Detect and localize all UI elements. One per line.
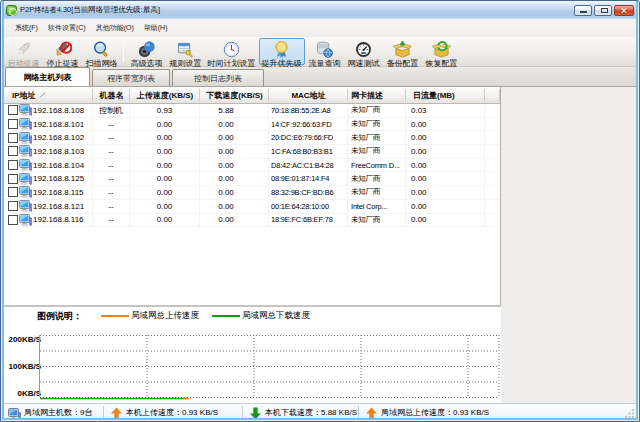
- host-row-filler: [485, 104, 500, 118]
- toolbar-button-9[interactable]: 网速测试: [345, 38, 383, 65]
- backup-config-icon: [393, 40, 412, 59]
- toolbar-button-10[interactable]: 备份配置: [384, 38, 422, 65]
- host-ip: 192.168.8.104: [33, 161, 84, 170]
- tab-1[interactable]: 网络主机列表: [5, 67, 90, 86]
- toolbar-button-1[interactable]: 启动提速: [5, 38, 43, 65]
- sort-asc-icon: [39, 92, 46, 99]
- host-checkbox[interactable]: [8, 160, 18, 170]
- column-header-label: MAC地址: [291, 90, 325, 101]
- statusbar-item-label: 局域网主机数：9台: [24, 407, 100, 418]
- toolbar-button-4[interactable]: 高级选项: [128, 38, 166, 65]
- host-row-4[interactable]: 192.168.8.103--0.000.001C:FA:68:B0:B3:B1…: [4, 145, 500, 159]
- column-header-3[interactable]: 上传速度(KB/S): [130, 87, 200, 103]
- menubar: 系统(F)软件设置(C)其他功能(O)帮助(H): [4, 19, 638, 37]
- rocket-start-icon: [14, 40, 34, 59]
- column-header-2[interactable]: 机器名: [93, 87, 130, 103]
- legend-caption: 图例说明：: [37, 310, 82, 323]
- host-checkbox[interactable]: [8, 187, 18, 197]
- column-header-7[interactable]: 日流量(MB): [406, 87, 485, 103]
- host-row-2[interactable]: 192.168.8.101--0.000.0014:CF:92:66:63:FD…: [4, 118, 500, 132]
- host-ip-cell: 192.168.8.101: [4, 118, 93, 132]
- toolbar-button-7[interactable]: 提升优先级: [259, 38, 305, 65]
- host-ip-cell: 192.168.8.102: [4, 131, 93, 145]
- host-down: 0.00: [200, 172, 269, 186]
- toolbar-button-11[interactable]: 恢复配置: [423, 38, 461, 65]
- host-row-1[interactable]: 192.168.8.108控制机0.935.8870:18:8B:55:2E:A…: [4, 104, 500, 118]
- up-arrow-icon: [110, 407, 123, 420]
- menu-item-1[interactable]: 系统(F): [10, 21, 43, 35]
- menu-item-2[interactable]: 软件设置(C): [43, 21, 91, 35]
- minimize-button[interactable]: [574, 5, 592, 16]
- host-up: 0.00: [130, 118, 200, 132]
- column-header-5[interactable]: MAC地址: [269, 87, 348, 103]
- host-computer-icon: [19, 200, 32, 212]
- host-ip: 192.168.8.116: [33, 215, 84, 224]
- scan-network-icon: [92, 40, 111, 59]
- toolbar-button-6[interactable]: 时间计划设置: [206, 38, 258, 65]
- host-checkbox[interactable]: [8, 133, 18, 143]
- host-nic: FreeComm D...: [348, 159, 406, 173]
- menu-item-4[interactable]: 帮助(H): [139, 21, 173, 35]
- down-arrow-icon: [249, 406, 262, 418]
- statusbar-item-4: 局域网总上传速度：0.93 KB/S: [361, 404, 531, 420]
- host-ip-cell: 192.168.8.103: [4, 145, 93, 159]
- host-down: 0.00: [200, 186, 269, 200]
- host-checkbox[interactable]: [8, 174, 18, 184]
- rocket-stop-icon: [53, 40, 73, 59]
- host-row-filler: [485, 214, 500, 228]
- host-row-5[interactable]: 192.168.8.104--0.000.00D8:42:AC:C1:B4:28…: [4, 159, 500, 173]
- host-ip-cell: 192.168.8.125: [4, 172, 93, 186]
- host-ip-cell: 192.168.8.108: [4, 104, 93, 118]
- host-ip-cell: 192.168.8.104: [4, 159, 93, 173]
- host-row-6[interactable]: 192.168.8.125--0.000.0008:9E:01:87:14:F4…: [4, 172, 500, 186]
- column-header-1[interactable]: IP地址: [4, 87, 93, 103]
- host-mac: 70:18:8B:55:2E:A8: [269, 104, 348, 118]
- speed-test-icon: [354, 40, 373, 59]
- host-up: 0.00: [130, 145, 200, 159]
- host-checkbox[interactable]: [8, 201, 18, 211]
- host-ip: 192.168.8.103: [33, 147, 84, 156]
- host-checkbox[interactable]: [8, 119, 18, 129]
- titlebar[interactable]: P2P终结者4.30[当前网络管理优先级:最高] ✕: [2, 1, 638, 19]
- host-computer-icon: [19, 132, 32, 144]
- column-header-label: 下载速度(KB/S): [206, 90, 262, 101]
- chart-plot-area: [39, 335, 498, 397]
- resize-grip-icon[interactable]: [625, 409, 635, 419]
- host-checkbox[interactable]: [8, 105, 18, 115]
- host-row-8[interactable]: 192.168.8.121--0.000.0000:1E:64:28:10:00…: [4, 200, 500, 214]
- backup-config-icon: [393, 40, 413, 59]
- toolbar-button-3[interactable]: 扫描网络: [83, 38, 121, 65]
- traffic-chart-panel: 图例说明： 局域网总上传速度局域网总下载速度 200KB/S 100KB/S 0…: [4, 307, 501, 403]
- maximize-button[interactable]: [594, 5, 612, 16]
- host-computer-icon: [19, 132, 32, 144]
- host-row-7[interactable]: 192.168.8.115--0.000.0088:32:9B:CF:BD:B6…: [4, 186, 500, 200]
- host-checkbox[interactable]: [8, 146, 18, 156]
- tab-3[interactable]: 控制日志列表: [172, 69, 264, 86]
- host-checkbox[interactable]: [8, 215, 18, 225]
- close-button[interactable]: ✕: [614, 5, 634, 16]
- rocket-start-icon: [14, 40, 33, 59]
- time-schedule-icon: [222, 40, 241, 59]
- host-down: 0.00: [200, 214, 269, 228]
- column-header-label: IP地址: [12, 90, 36, 101]
- toolbar-button-2[interactable]: 停止提速: [44, 38, 82, 65]
- host-ip: 192.168.8.101: [33, 120, 84, 129]
- host-name: --: [93, 186, 130, 200]
- host-traffic: 0.00: [406, 159, 485, 173]
- up-arrow-icon: [110, 406, 123, 418]
- toolbar-button-5[interactable]: 规则设置: [167, 38, 205, 65]
- toolbar-button-8[interactable]: 流量查询: [306, 38, 344, 65]
- column-header-label: 机器名: [100, 90, 124, 101]
- column-header-6[interactable]: 网卡描述: [348, 87, 406, 103]
- window-controls: ✕: [574, 5, 634, 16]
- host-nic: 未知厂商: [348, 145, 406, 159]
- menu-item-3[interactable]: 其他功能(O): [91, 21, 139, 35]
- column-header-4[interactable]: 下载速度(KB/S): [200, 87, 269, 103]
- host-row-3[interactable]: 192.168.8.102--0.000.0020:DC:E6:79:66:FD…: [4, 131, 500, 145]
- tab-2[interactable]: 程序带宽列表: [92, 69, 170, 86]
- host-row-9[interactable]: 192.168.8.116--0.000.0018:9E:FC:6B:EF:78…: [4, 214, 500, 228]
- host-row-filler: [485, 118, 500, 132]
- statusbar-item-label: 本机下载速度：5.88 KB/S: [265, 407, 365, 418]
- host-down: 0.00: [200, 131, 269, 145]
- scan-network-icon: [92, 40, 112, 59]
